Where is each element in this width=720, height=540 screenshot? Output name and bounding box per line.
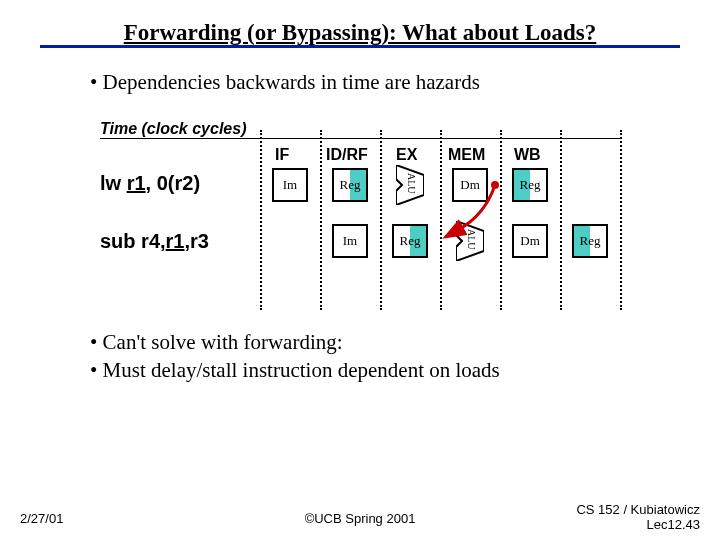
stage-box-reg: Reg — [392, 224, 428, 258]
instr-reg-ul: r1 — [166, 230, 185, 252]
bullet-hazards: • Dependencies backwards in time are haz… — [90, 70, 480, 95]
slide-title-wrap: Forwarding (or Bypassing): What about Lo… — [40, 20, 680, 46]
footer-lecture-number: Lec12.43 — [647, 517, 701, 532]
instr-text: ,r3 — [184, 230, 208, 252]
bullet-cant-solve: • Can't solve with forwarding: — [90, 330, 343, 355]
footer-course-name: CS 152 / Kubiatowicz — [576, 502, 700, 517]
instr-reg-ul: r1 — [127, 172, 146, 194]
instr-text: lw — [100, 172, 127, 194]
cycle-sep — [380, 130, 382, 310]
stage-box-reg: Reg — [572, 224, 608, 258]
stage-ex: EX — [396, 146, 417, 164]
title-underline — [40, 45, 680, 48]
slide-title: Forwarding (or Bypassing): What about Lo… — [40, 20, 680, 46]
instr-text: , 0(r2) — [146, 172, 200, 194]
cycle-sep — [260, 130, 262, 310]
alu-label: ALU — [406, 173, 417, 194]
instruction-sub: sub r4,r1,r3 — [100, 230, 209, 253]
stage-if: IF — [275, 146, 289, 164]
horizontal-separator — [100, 138, 620, 139]
stage-box-im: Im — [272, 168, 308, 202]
stage-box-reg: Reg — [332, 168, 368, 202]
stage-id: ID/RF — [326, 146, 368, 164]
cycle-sep — [620, 130, 622, 310]
time-label: Time (clock cycles) — [100, 120, 246, 138]
cycle-sep — [560, 130, 562, 310]
stage-box-im: Im — [332, 224, 368, 258]
instr-text: sub r4, — [100, 230, 166, 252]
cycle-sep — [320, 130, 322, 310]
instruction-lw: lw r1, 0(r2) — [100, 172, 200, 195]
hazard-arrow-icon — [440, 160, 520, 250]
footer-course: CS 152 / Kubiatowicz Lec12.43 — [576, 502, 700, 532]
stage-box-alu: ALU — [396, 165, 424, 205]
bullet-must-stall: • Must delay/stall instruction dependent… — [90, 358, 500, 383]
